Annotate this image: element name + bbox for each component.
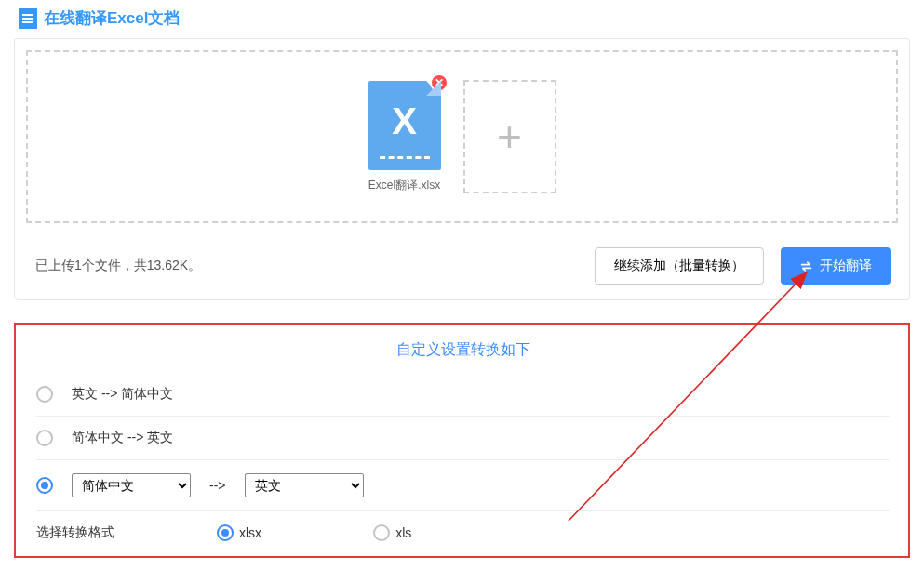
option-label: 英文 --> 简体中文	[72, 386, 173, 403]
format-row: 选择转换格式 xlsx xls	[36, 510, 890, 541]
format-xlsx[interactable]: xlsx	[217, 524, 261, 541]
option-label: 简体中文 --> 英文	[72, 430, 173, 446]
radio-zh-to-en[interactable]	[36, 430, 53, 446]
swap-icon	[799, 259, 813, 273]
arrow-text: -->	[209, 478, 226, 493]
format-label: 选择转换格式	[36, 524, 114, 541]
upload-footer: 已上传1个文件，共13.62K。 继续添加（批量转换） 开始翻译	[15, 234, 909, 299]
file-name-label: Excel翻译.xlsx	[368, 178, 440, 193]
page-title: 在线翻译Excel文档	[44, 7, 180, 29]
format-xlsx-label: xlsx	[239, 525, 261, 540]
option-custom: 简体中文 --> 英文	[36, 459, 890, 510]
radio-custom[interactable]	[36, 477, 53, 494]
document-icon	[19, 8, 37, 29]
option-en-to-zh[interactable]: 英文 --> 简体中文	[36, 373, 890, 416]
page-title-bar: 在线翻译Excel文档	[0, 0, 924, 38]
format-xls-label: xls	[395, 525, 411, 540]
settings-title: 自定义设置转换如下	[36, 340, 890, 373]
radio-en-to-zh[interactable]	[36, 386, 53, 403]
start-translate-label: 开始翻译	[820, 258, 872, 274]
remove-file-button[interactable]: ✕	[430, 73, 449, 92]
drop-zone[interactable]: X ✕ Excel翻译.xlsx +	[26, 50, 898, 223]
file-tile: X ✕ Excel翻译.xlsx	[368, 81, 441, 193]
format-options: xlsx xls	[217, 524, 411, 541]
footer-actions: 继续添加（批量转换） 开始翻译	[595, 247, 891, 285]
radio-xls[interactable]	[373, 524, 390, 541]
source-language-select[interactable]: 简体中文	[72, 473, 191, 497]
upload-card: X ✕ Excel翻译.xlsx + 已上传1个文件，共13.62K。 继续添加…	[14, 38, 910, 300]
file-thumbnail-excel: X ✕	[368, 81, 441, 170]
target-language-select[interactable]: 英文	[245, 473, 364, 497]
add-more-button[interactable]: 继续添加（批量转换）	[595, 247, 764, 285]
radio-xlsx[interactable]	[217, 524, 234, 541]
option-zh-to-en[interactable]: 简体中文 --> 英文	[36, 416, 890, 459]
thumb-dash-decoration	[380, 156, 430, 161]
file-type-letter: X	[392, 100, 417, 142]
upload-status: 已上传1个文件，共13.62K。	[35, 258, 201, 274]
format-xls[interactable]: xls	[373, 524, 411, 541]
settings-card: 自定义设置转换如下 英文 --> 简体中文 简体中文 --> 英文 简体中文 -…	[14, 323, 910, 558]
plus-icon: +	[497, 115, 522, 158]
start-translate-button[interactable]: 开始翻译	[781, 247, 891, 285]
add-file-tile[interactable]: +	[463, 80, 556, 193]
